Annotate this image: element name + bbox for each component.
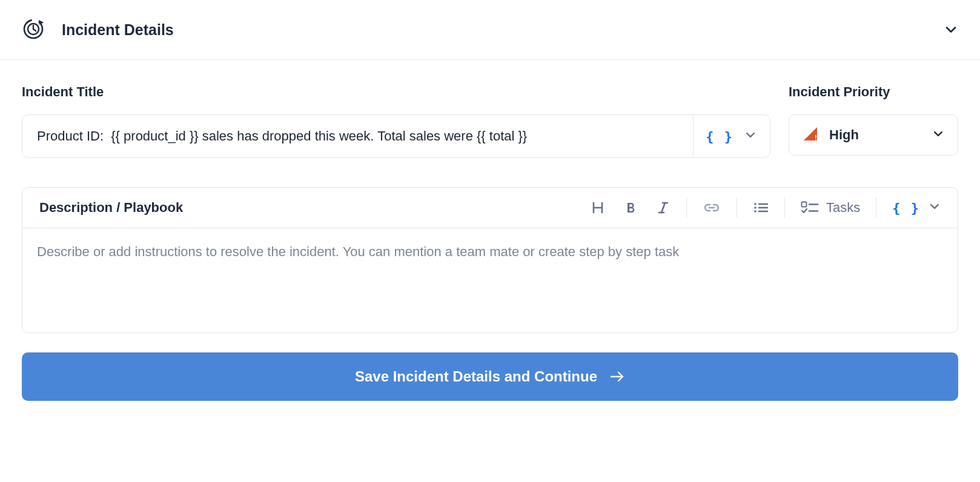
tasks-label: Tasks: [826, 200, 860, 216]
link-button[interactable]: [703, 200, 721, 215]
svg-line-9: [661, 203, 665, 213]
priority-value: High: [829, 127, 859, 143]
editor-body[interactable]: Describe or add instructions to resolve …: [22, 228, 958, 332]
editor-toolbar: Description / Playbook: [22, 188, 958, 228]
chevron-down-icon: [744, 129, 757, 144]
section-header: Incident Details: [0, 0, 980, 60]
chevron-down-icon: [932, 128, 944, 142]
incident-title-label: Incident Title: [22, 84, 770, 100]
editor-toolbar-controls: Tasks { }: [591, 197, 941, 218]
save-button-label: Save Incident Details and Continue: [355, 368, 597, 385]
template-vars-editor-toggle[interactable]: { }: [892, 200, 941, 216]
svg-rect-6: [815, 139, 816, 140]
priority-column: Incident Priority High: [789, 84, 958, 158]
arrow-right-icon: [609, 369, 625, 385]
bold-button[interactable]: [623, 200, 638, 215]
svg-line-4: [33, 29, 36, 31]
incident-clock-icon: [22, 17, 45, 42]
description-editor: Description / Playbook: [22, 187, 958, 333]
editor-placeholder: Describe or add instructions to resolve …: [37, 244, 943, 260]
incident-priority-label: Incident Priority: [789, 84, 958, 100]
title-column: Incident Title { }: [22, 84, 770, 158]
svg-rect-16: [802, 202, 807, 207]
tasks-button[interactable]: Tasks: [801, 200, 860, 216]
heading-button[interactable]: [591, 200, 605, 215]
bullet-list-button[interactable]: [753, 200, 769, 215]
section-header-left: Incident Details: [22, 17, 174, 42]
incident-title-input[interactable]: [22, 115, 693, 157]
priority-high-icon: [803, 126, 818, 144]
template-vars-toggle[interactable]: { }: [693, 115, 770, 157]
incident-priority-select[interactable]: High: [789, 114, 958, 156]
content-area: Incident Title { } Incident Priority: [0, 60, 980, 423]
toolbar-divider: [686, 197, 687, 218]
chevron-down-icon: [929, 200, 941, 215]
save-continue-button[interactable]: Save Incident Details and Continue: [22, 352, 958, 401]
svg-point-10: [754, 203, 757, 205]
svg-point-12: [754, 210, 757, 213]
toolbar-divider: [876, 197, 876, 218]
editor-label: Description / Playbook: [39, 200, 183, 216]
braces-icon: { }: [892, 200, 920, 216]
toolbar-divider: [784, 197, 785, 218]
title-priority-row: Incident Title { } Incident Priority: [22, 84, 958, 158]
svg-point-11: [754, 206, 757, 209]
svg-rect-5: [815, 135, 816, 138]
incident-title-input-wrap: { }: [22, 114, 770, 158]
italic-button[interactable]: [656, 200, 670, 215]
priority-select-left: High: [803, 126, 859, 144]
section-title: Incident Details: [62, 21, 174, 39]
collapse-toggle[interactable]: [944, 22, 958, 37]
braces-icon: { }: [706, 129, 733, 144]
toolbar-divider: [737, 197, 737, 218]
